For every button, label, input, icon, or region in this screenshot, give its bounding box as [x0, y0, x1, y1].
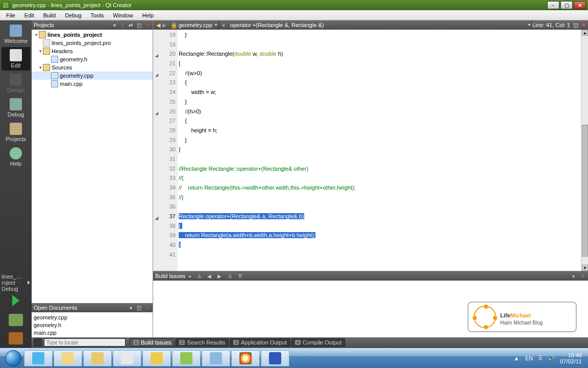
mode-edit[interactable]: Edit [2, 47, 30, 71]
tray-volume-icon[interactable]: 🔊 [548, 355, 555, 361]
open-docs-list: geometry.cpp geometry.h main.cpp [32, 312, 153, 337]
taskbar-chrome[interactable] [231, 350, 260, 366]
menu-build[interactable]: Build [39, 11, 60, 19]
filter-icon[interactable]: ∇ [236, 272, 243, 280]
start-button[interactable] [3, 348, 23, 369]
open-docs-close-icon[interactable]: ✕ [143, 304, 151, 311]
tree-main-cpp[interactable]: main.cpp [32, 80, 153, 88]
projects-header: Projects ▾ ⋮ ⇄ ◫ ✕ [32, 20, 153, 30]
menu-help[interactable]: Help [138, 11, 158, 19]
tree-geometry-h[interactable]: geometry.h [32, 55, 153, 63]
mode-debug[interactable]: Debug [2, 96, 30, 120]
build-button[interactable] [9, 332, 23, 344]
menu-file[interactable]: File [2, 11, 19, 19]
cursor-position: Line: 41, Col: 1 [532, 22, 570, 28]
tab-compile-output[interactable]: 4Compile Output [291, 338, 345, 347]
warning-filter-icon[interactable]: ⚠ [195, 272, 203, 280]
code-editor[interactable]: 181920◢2122◢23242526◢2728293031323334353… [153, 30, 588, 271]
mode-bar: Welcome Edit Design Debug Projects Help … [0, 20, 32, 348]
build-issues-selector[interactable]: Build Issues [155, 273, 191, 279]
open-doc-item[interactable]: main.cpp [34, 329, 151, 336]
locator-bar: 1Build Issues 2Search Results 3Applicati… [32, 337, 588, 348]
taskbar-explorer-2[interactable] [83, 350, 112, 366]
app-icon [2, 2, 9, 9]
nav-back-icon[interactable]: ◀ [155, 22, 161, 29]
projects-sync-icon[interactable]: ⇄ [127, 21, 134, 29]
mode-welcome[interactable]: Welcome [2, 22, 30, 46]
warning-icon[interactable]: ⚠ [226, 272, 233, 280]
scroll-up-icon[interactable]: ▲ [582, 30, 588, 36]
taskbar-notepad[interactable] [113, 350, 141, 366]
run-debug-button[interactable] [9, 314, 23, 326]
tray-network-icon[interactable]: ⠿ [538, 355, 543, 362]
open-docs-chevron-down-icon[interactable]: ▾ [127, 304, 134, 311]
watermark-logo: LifeMichael Haim Michael Blog [468, 302, 577, 332]
menu-window[interactable]: Window [109, 11, 137, 19]
line-gutter: 181920◢2122◢23242526◢2728293031323334353… [153, 30, 178, 271]
editor-close-icon[interactable]: ✕ [581, 22, 586, 29]
nav-prev-issue-icon[interactable]: ◀ [206, 272, 213, 280]
tree-sources-folder[interactable]: ▾Sources [32, 63, 153, 72]
open-docs-split-icon[interactable]: ◫ [135, 304, 142, 311]
projects-close-icon[interactable]: ✕ [143, 21, 151, 29]
tab-build-issues[interactable]: 1Build Issues [130, 338, 175, 347]
maximize-button[interactable]: ▢ [560, 1, 573, 9]
panel-close-icon[interactable]: ✕ [579, 272, 586, 280]
tree-headers-folder[interactable]: ▾Headers [32, 47, 153, 55]
code-content[interactable]: } Rectangle::Rectangle(double w, double … [178, 30, 588, 271]
menu-bar: File Edit Build Debug Tools Window Help [0, 10, 588, 20]
open-docs-header: Open Documents ▾ ◫ ✕ [32, 303, 153, 312]
run-button[interactable] [9, 293, 23, 308]
tab-application-output[interactable]: 3Application Output [230, 338, 290, 347]
menu-tools[interactable]: Tools [87, 11, 108, 19]
mode-design[interactable]: Design [2, 72, 30, 95]
taskbar-app-1[interactable] [142, 350, 171, 366]
target-selector[interactable]: lines_…roject Debug [2, 275, 30, 290]
nav-next-issue-icon[interactable]: ▶ [216, 272, 223, 280]
open-docs-title: Open Documents [34, 305, 78, 311]
build-issues-panel: Build Issues ⚠ ◀ ▶ ⚠ ∇ ▾ ✕ [153, 271, 588, 337]
tree-root[interactable]: ▾lines_points_project [32, 31, 153, 39]
vertical-scrollbar[interactable]: ▲ ▼ [581, 30, 588, 271]
mode-help[interactable]: Help [2, 145, 30, 169]
projects-split-icon[interactable]: ◫ [135, 21, 142, 29]
projects-title: Projects [34, 22, 54, 28]
scroll-down-icon[interactable]: ▼ [582, 265, 588, 271]
open-doc-item[interactable]: geometry.cpp [34, 313, 151, 321]
mode-projects[interactable]: Projects [2, 121, 30, 144]
minimize-button[interactable]: − [547, 1, 559, 9]
panel-minimize-icon[interactable]: ▾ [570, 272, 577, 280]
project-tree[interactable]: ▾lines_points_project lines_points_proje… [32, 30, 153, 303]
output-toggle-icon[interactable] [34, 338, 42, 347]
projects-chevron-down-icon[interactable]: ▾ [111, 21, 118, 29]
function-icon: ● [222, 22, 228, 28]
tab-search-results[interactable]: 2Search Results [176, 338, 229, 347]
lock-icon: 🔒 [170, 22, 177, 29]
taskbar-explorer[interactable] [54, 350, 82, 366]
file-selector[interactable]: 🔒 geometry.cpp [167, 20, 219, 30]
menu-edit[interactable]: Edit [20, 11, 38, 19]
window-title: geometry.cpp - lines_points_project - Qt… [12, 2, 132, 8]
tree-pro-file[interactable]: lines_points_project.pro [32, 39, 153, 47]
menu-debug[interactable]: Debug [61, 11, 85, 19]
tray-lang[interactable]: EN [525, 355, 533, 361]
tree-geometry-cpp[interactable]: geometry.cpp [32, 72, 153, 80]
orbit-icon [474, 306, 496, 328]
taskbar-skype[interactable] [24, 350, 53, 366]
scroll-thumb[interactable] [582, 125, 588, 257]
tray-expand-icon[interactable]: ▲ [513, 355, 520, 361]
locator-input[interactable] [44, 338, 126, 347]
close-button[interactable]: ✕ [574, 1, 586, 9]
editor-split-icon[interactable]: ◫ [573, 22, 578, 29]
nav-forward-icon[interactable]: ▶ [161, 22, 167, 29]
chevron-right-icon [28, 281, 30, 285]
title-bar: geometry.cpp - lines_points_project - Qt… [0, 0, 588, 10]
open-doc-item[interactable]: geometry.h [34, 321, 151, 329]
taskbar-paint[interactable] [202, 350, 230, 366]
projects-filter-icon[interactable]: ⋮ [119, 21, 126, 29]
editor-toolbar: ◀ ▶ 🔒 geometry.cpp ● operator +(Rectangl… [153, 20, 588, 30]
taskbar-app-2[interactable] [261, 350, 289, 366]
symbol-selector[interactable]: ● operator +(Rectangle &, Rectangle &) [219, 20, 532, 30]
taskbar-qtcreator[interactable] [172, 350, 201, 366]
tray-clock[interactable]: 10:48 07/02/11 [560, 352, 582, 364]
